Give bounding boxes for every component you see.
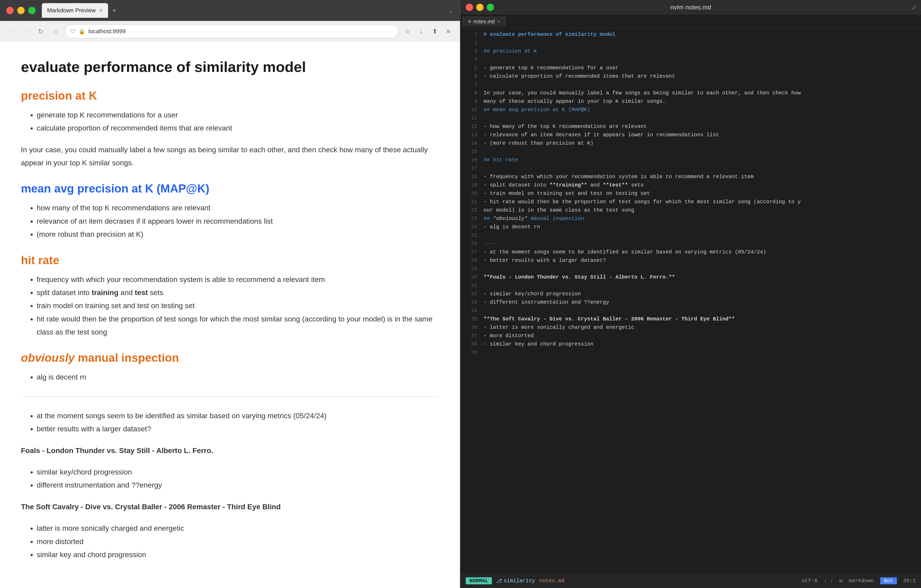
code-line	[483, 231, 921, 240]
bold-soft-cavalry: The Soft Cavalry - Dive vs. Crystal Ball…	[21, 503, 281, 511]
code-line: - how many of the top K recommendations …	[483, 122, 921, 131]
section-list-4: alg is decent rn	[21, 370, 439, 384]
menu-icon[interactable]: ≡	[443, 26, 454, 37]
download-icon[interactable]: ↓	[416, 26, 426, 37]
traffic-lights	[6, 7, 36, 14]
branch-name: similarity	[504, 578, 535, 584]
reload-button[interactable]: ↻	[36, 26, 46, 37]
code-line	[483, 164, 921, 173]
status-filetype: markdown	[849, 578, 874, 584]
minimize-button[interactable]	[17, 7, 24, 14]
tab-chevron-icon[interactable]: ⌄	[449, 7, 454, 14]
editor-maximize-button[interactable]	[487, 4, 494, 11]
code-line: - hit rate would then be the proportion …	[483, 198, 921, 206]
status-fold-icon: ⊟	[840, 578, 843, 584]
code-line: - train model on training set and test o…	[483, 189, 921, 198]
code-line	[483, 55, 921, 64]
code-line: - calculate proportion of recommended it…	[483, 72, 921, 81]
list-item: generate top K recommendations for a use…	[37, 109, 439, 122]
section-list-3: frequency with which your recommendation…	[21, 273, 439, 339]
editor-pane: nvim notes.md ⤢ ≡ notes.md ✕ 12345 67891…	[460, 0, 921, 588]
status-bot-label: Bot	[880, 577, 897, 584]
editor-close-button[interactable]	[466, 4, 473, 11]
soft-cavalry-list: latter is more sonically charged and ene…	[21, 522, 439, 561]
code-line: - split dataset into **training** and **…	[483, 181, 921, 189]
close-button[interactable]	[6, 7, 14, 14]
code-editor-content[interactable]: # evaluate performance of similarity mod…	[482, 28, 921, 573]
code-line: ## precision at K	[483, 47, 921, 55]
forward-button[interactable]: →	[21, 26, 31, 37]
tab-close-icon[interactable]: ✕	[99, 8, 103, 13]
maximize-button[interactable]	[28, 7, 36, 14]
share-icon[interactable]: ⬆	[430, 26, 440, 37]
list-item: latter is more sonically charged and ene…	[37, 522, 439, 535]
code-line	[483, 281, 921, 290]
home-button[interactable]: ⌂	[50, 26, 61, 37]
status-filename: notes.md	[539, 578, 565, 584]
section-list-2: how many of the top K recommendations ar…	[21, 201, 439, 241]
code-line: - generate top K recommendations for a u…	[483, 64, 921, 72]
branch-icon: ⎇	[496, 578, 502, 584]
back-button[interactable]: ←	[6, 26, 17, 37]
browser-pane: Markdown Preview ✕ + ⌄ ← → ↻ ⌂ 🛡 🔒 local…	[0, 0, 460, 588]
section-paragraph-1: In your case, you could manually label a…	[21, 143, 439, 170]
code-line	[483, 265, 921, 273]
code-line	[483, 148, 921, 156]
list-item: frequency with which your recommendation…	[37, 273, 439, 286]
statusbar-right: utf-8 ↓ ↑ ⊟ markdown Bot 39:1	[802, 577, 916, 584]
list-item: train model on training set and test on …	[37, 299, 439, 312]
browser-tab-active[interactable]: Markdown Preview ✕	[42, 3, 108, 18]
section-heading-1: precision at K	[21, 89, 439, 102]
list-item: more distorted	[37, 535, 439, 548]
browser-toolbar: ← → ↻ ⌂ 🛡 🔒 localhost:9999 ☆ ↓ ⬆ ≡	[0, 21, 460, 42]
status-arrows: ↓ ↑	[824, 578, 833, 584]
code-line: ----	[483, 240, 921, 248]
code-line: - (more robust than precision at K)	[483, 139, 921, 148]
browser-content: evaluate performance of similarity model…	[0, 42, 460, 588]
foals-list: similar key/chord progression different …	[21, 466, 439, 492]
tab-title: Markdown Preview	[47, 7, 96, 14]
address-bar[interactable]: 🛡 🔒 localhost:9999	[65, 24, 398, 38]
editor-tabs: ≡ notes.md ✕	[460, 15, 921, 28]
section-heading-2: mean avg precision at K (MAP@K)	[21, 182, 439, 195]
url-text: localhost:9999	[88, 28, 125, 35]
status-mode: NORMAL	[466, 577, 492, 584]
bold-test: test	[135, 289, 148, 297]
status-branch: ⎇ similarity	[496, 578, 535, 584]
section-heading-3: hit rate	[21, 254, 439, 267]
code-line: ## hit rate	[483, 156, 921, 164]
page-title: evaluate performance of similarity model	[21, 58, 439, 76]
browser-titlebar: Markdown Preview ✕ + ⌄	[0, 0, 460, 21]
editor-expand-icon[interactable]: ⤢	[911, 4, 917, 11]
list-item: similar key and chord progression	[37, 548, 439, 561]
code-line: - at the moment songs seem to be identif…	[483, 248, 921, 256]
editor-top-right-controls: ⤢	[911, 4, 917, 11]
code-line: ## *obviously* manual inspection	[483, 214, 921, 223]
code-line	[483, 348, 921, 357]
code-line: many of these actually appear in your to…	[483, 97, 921, 106]
list-item: similar key/chord progression	[37, 466, 439, 479]
list-item: calculate proportion of recommended item…	[37, 122, 439, 135]
list-item: different instrumentation and ??energy	[37, 479, 439, 492]
code-line: - different instrumentation and ??energy	[483, 298, 921, 307]
section-heading-4: obviously manual inspection	[21, 351, 439, 364]
list-item: alg is decent rn	[37, 370, 439, 384]
bold-training: training	[91, 289, 119, 297]
code-line: **The Soft Cavalry - Dive vs. Crystal Ba…	[483, 315, 921, 323]
code-line	[483, 114, 921, 122]
tab-close-button[interactable]: ✕	[497, 19, 500, 24]
editor-minimize-button[interactable]	[476, 4, 483, 11]
bookmark-icon[interactable]: ☆	[402, 26, 413, 37]
code-line	[483, 39, 921, 47]
list-item: relevance of an item decrases if it appe…	[37, 215, 439, 228]
list-item: hit rate would then be the proportion of…	[37, 313, 439, 339]
forward-icon: →	[23, 28, 29, 36]
tab-bar: Markdown Preview ✕ + ⌄	[42, 3, 454, 18]
editor-tab-notes[interactable]: ≡ notes.md ✕	[462, 17, 506, 26]
code-line	[483, 81, 921, 89]
code-line: - similar key and chord progression	[483, 340, 921, 348]
shield-icon: 🛡	[70, 29, 76, 34]
editor-body[interactable]: 12345 678910 1112131415 1617181920 21222…	[460, 28, 921, 573]
line-number-gutter: 12345 678910 1112131415 1617181920 21222…	[460, 28, 482, 573]
tab-add-button[interactable]: +	[110, 6, 119, 15]
